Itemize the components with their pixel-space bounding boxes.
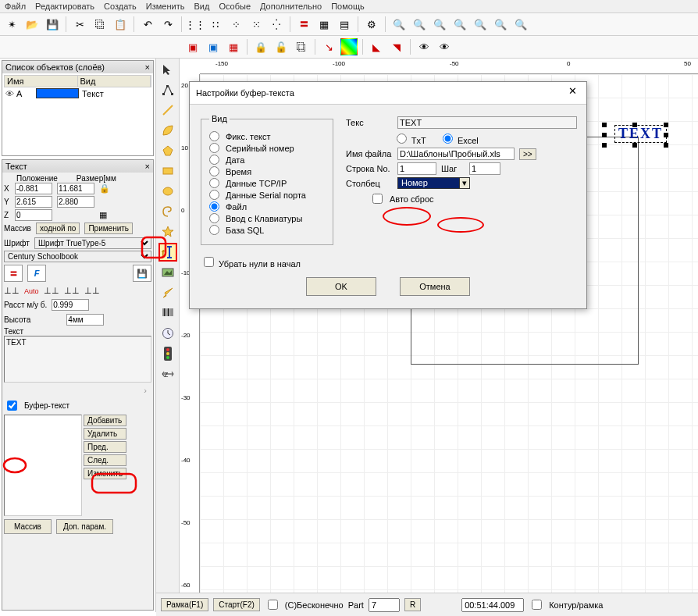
y-size-input[interactable] — [57, 196, 94, 208]
chevron-down-icon[interactable]: ▾ — [459, 178, 469, 188]
copy-icon[interactable]: ⿻ — [91, 16, 109, 33]
radio-excel[interactable] — [443, 134, 453, 144]
star-icon[interactable] — [158, 223, 177, 241]
mirror-h-icon[interactable]: ◣ — [368, 38, 385, 55]
spacing1-icon[interactable]: ⊥⊥ — [4, 286, 20, 296]
x-pos-input[interactable] — [15, 183, 52, 194]
redo-icon[interactable]: ↷ — [159, 16, 176, 33]
save-font-icon[interactable]: 💾 — [133, 265, 151, 282]
dots5-icon[interactable]: ⁛ — [268, 16, 285, 33]
trim-zeros-checkbox[interactable] — [204, 257, 214, 267]
dots3-icon[interactable]: ⁘ — [227, 16, 244, 33]
polygon-icon[interactable] — [158, 141, 177, 160]
extra-button[interactable]: Доп. парам. — [56, 519, 113, 534]
zoom-ext-icon[interactable]: 🔍 — [512, 16, 529, 33]
pointer-icon[interactable] — [158, 60, 177, 79]
zoom-fit-icon[interactable]: 🔍 — [431, 16, 448, 33]
color-swatch[interactable] — [36, 88, 79, 98]
rect-icon[interactable] — [158, 162, 177, 180]
menu-help[interactable]: Помощь — [331, 2, 365, 11]
lock-icon[interactable]: 🔒 — [252, 38, 269, 55]
sel-all-icon[interactable]: ▣ — [184, 38, 201, 55]
ellipse-icon[interactable] — [158, 182, 177, 201]
radio-sql[interactable] — [209, 225, 219, 235]
save-icon[interactable]: 💾 — [44, 16, 61, 33]
eye-on-icon[interactable]: 👁 — [415, 38, 433, 55]
change-button[interactable]: Изменить — [84, 468, 126, 479]
dots1-icon[interactable]: ⋮⋮ — [187, 16, 204, 33]
align-icon[interactable]: ▦ — [99, 210, 115, 220]
radio-serialport[interactable] — [209, 190, 219, 200]
traffic-icon[interactable] — [158, 344, 177, 363]
part-input[interactable] — [369, 598, 400, 612]
close-icon[interactable]: × — [145, 62, 150, 72]
radio-fixed[interactable] — [209, 131, 219, 141]
browse-button[interactable]: >> — [519, 148, 536, 160]
font-type-select[interactable]: Шрифт TrueType-5 — [34, 237, 151, 249]
eye-icon[interactable]: 👁 — [5, 89, 16, 98]
input-button[interactable]: ходной по — [36, 223, 80, 234]
undo-icon[interactable]: ↶ — [139, 16, 156, 33]
radio-txt[interactable] — [397, 134, 407, 144]
menu-extra[interactable]: Дополнительно — [260, 2, 322, 11]
r-button[interactable]: R — [404, 598, 421, 611]
prev-button[interactable]: Пред. — [84, 441, 126, 453]
new-icon[interactable]: ✴ — [3, 16, 20, 33]
settings-icon[interactable]: ⚙ — [363, 16, 380, 33]
zoom-out-icon[interactable]: 🔍 — [411, 16, 428, 33]
barcode-icon[interactable] — [158, 304, 177, 322]
vector-icon[interactable] — [158, 283, 177, 302]
spacing4-icon[interactable]: ⊥⊥ — [84, 286, 100, 296]
curve-icon[interactable] — [158, 121, 177, 140]
origin-icon[interactable]: ↘ — [320, 38, 337, 55]
mirror-v-icon[interactable]: ◥ — [388, 38, 405, 55]
height-input[interactable] — [66, 314, 104, 326]
contour-checkbox[interactable] — [532, 600, 542, 610]
radio-keyboard[interactable] — [209, 213, 219, 223]
menu-change[interactable]: Изменить — [146, 2, 185, 11]
start-button[interactable]: Старт(F2) — [213, 598, 260, 611]
filename-input[interactable] — [397, 148, 515, 160]
radio-time[interactable] — [209, 166, 219, 176]
text-tool-icon[interactable]: f — [158, 243, 177, 262]
node-edit-icon[interactable] — [158, 80, 177, 99]
row-input[interactable] — [397, 162, 436, 175]
menu-file[interactable]: Файл — [5, 2, 26, 11]
layers-icon[interactable]: ▤ — [336, 16, 353, 33]
italic-icon[interactable]: F — [27, 265, 46, 282]
menu-edit[interactable]: Редактировать — [35, 2, 94, 11]
lock-icon[interactable]: 🔒 — [99, 183, 115, 194]
object-row[interactable]: 👁 A Текст — [4, 87, 151, 99]
radio-tcp[interactable] — [209, 178, 219, 188]
open-icon[interactable]: 📂 — [23, 16, 41, 33]
dots2-icon[interactable]: ∷ — [207, 16, 224, 33]
step-input[interactable] — [469, 162, 500, 175]
buffer-list[interactable] — [4, 415, 82, 516]
hatch-icon[interactable]: 〓 — [295, 16, 312, 33]
infinite-checkbox[interactable] — [268, 600, 278, 610]
dimension-icon[interactable]: z — [158, 365, 177, 383]
scroll-right-icon[interactable]: › — [4, 384, 151, 397]
auto-reset-checkbox[interactable] — [372, 194, 383, 204]
spiral-icon[interactable] — [158, 202, 177, 221]
buffer-checkbox[interactable] — [7, 401, 17, 411]
text-object[interactable]: TEXT — [614, 125, 667, 143]
menu-create[interactable]: Создать — [104, 2, 137, 11]
line-icon[interactable] — [158, 101, 177, 119]
radio-serial[interactable] — [209, 143, 219, 153]
cut-icon[interactable]: ✂ — [71, 16, 88, 33]
spacing3-icon[interactable]: ⊥⊥ — [64, 286, 80, 296]
dots4-icon[interactable]: ⁙ — [248, 16, 265, 33]
menu-special[interactable]: Особые — [219, 2, 251, 11]
column-select[interactable]: Номер▾ — [397, 177, 470, 189]
add-button[interactable]: Добавить — [84, 415, 126, 426]
zoom-all-icon[interactable]: 🔍 — [472, 16, 489, 33]
color-icon[interactable] — [340, 38, 358, 55]
menu-view[interactable]: Вид — [194, 2, 209, 11]
radio-date[interactable] — [209, 155, 219, 165]
frame-button[interactable]: Рамка(F1) — [161, 598, 208, 611]
close-icon[interactable]: ✕ — [564, 85, 580, 101]
radio-file[interactable] — [209, 201, 219, 212]
close-icon[interactable]: × — [145, 162, 150, 171]
text-textarea[interactable]: TEXT — [4, 336, 151, 383]
